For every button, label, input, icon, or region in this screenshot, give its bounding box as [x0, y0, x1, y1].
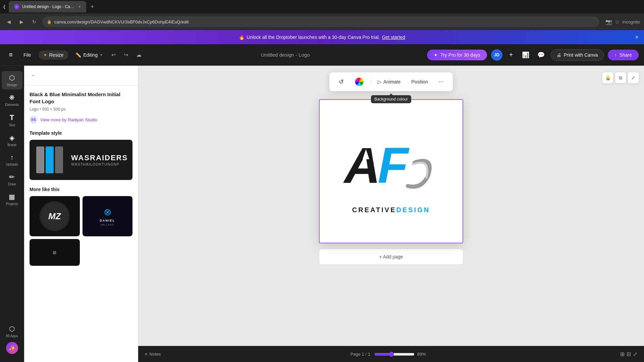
save-button[interactable]: ☁: [134, 50, 144, 60]
letter-a-svg: A: [343, 137, 380, 193]
magic-button[interactable]: ✨: [6, 342, 18, 354]
bg-color-tooltip: Background colour: [371, 95, 411, 103]
panel-design-subtitle: Logo • 500 × 500 px: [30, 107, 132, 112]
file-menu-button[interactable]: File: [20, 50, 35, 60]
share-icon: ↑: [614, 52, 617, 58]
color-wheel-icon: [355, 77, 364, 86]
menu-button[interactable]: ≡: [5, 51, 16, 59]
incognito-icon: Incognito: [622, 19, 640, 24]
lock-button[interactable]: 🔒: [602, 72, 613, 83]
more-like-heading: More like this: [30, 187, 132, 192]
copy-icon: ⧉: [619, 75, 622, 81]
swirl-path-2: [413, 163, 427, 178]
panel-author-link[interactable]: RS View more by Radiyah Studio: [30, 116, 132, 124]
address-bar[interactable]: 🔒 canva.com/design/DAGVwdNCKVU/3sBF0dvJx…: [42, 16, 599, 27]
add-page-button[interactable]: + Add page: [319, 249, 463, 265]
grid-view-button[interactable]: ⊞: [620, 351, 625, 357]
undo-button[interactable]: ↩: [109, 50, 118, 60]
lock-icon: 🔒: [47, 20, 52, 24]
refresh-icon: ↺: [339, 78, 344, 85]
tab-back-arrow[interactable]: ❮: [3, 4, 6, 9]
user-avatar[interactable]: JD: [491, 49, 502, 61]
text-label: Text: [9, 123, 15, 127]
strip-3: [55, 146, 63, 173]
thumbnail-2[interactable]: ⊗ DANIEL GALLEGO: [83, 196, 133, 236]
refresh-template-button[interactable]: ↺: [335, 76, 348, 87]
notes-icon: ≡: [145, 352, 148, 357]
view-buttons: ⊞ ⊟ ⤢: [620, 351, 637, 357]
background-color-button[interactable]: [351, 75, 368, 88]
thumbnail-3[interactable]: ▦: [30, 239, 80, 266]
analytics-button[interactable]: 📊: [520, 49, 531, 61]
expand-button[interactable]: ⤢: [628, 72, 639, 83]
active-tab[interactable]: C Untitled design - Logo - Canva ×: [9, 1, 86, 12]
sidebar-item-elements[interactable]: ❋ Elements: [2, 91, 22, 109]
design-canvas[interactable]: A F CREATIVEDESIGN: [319, 99, 463, 243]
design-icon: ⬡: [9, 74, 15, 82]
floating-toolbar: ↺ ▷ Animate Position ⋯ Backgrou: [329, 72, 453, 91]
banner-close-button[interactable]: ×: [635, 34, 639, 41]
list-view-button[interactable]: ⊟: [627, 351, 631, 357]
more-options-button[interactable]: ⋯: [435, 77, 447, 86]
zoom-slider[interactable]: [374, 352, 415, 357]
panel-content: Black & Blue Minimalist Modern Initial F…: [24, 85, 138, 362]
tab-title: Untitled design - Logo - Canva: [22, 4, 76, 9]
panel-back-button[interactable]: ←: [30, 71, 38, 80]
banner-cta-link[interactable]: Get started: [382, 35, 405, 40]
copy-button[interactable]: ⧉: [615, 72, 626, 83]
redo-button[interactable]: ↪: [122, 50, 130, 60]
star-icon[interactable]: ☆: [615, 19, 620, 25]
thumbnail-1[interactable]: MZ: [30, 196, 80, 236]
tab-close-button[interactable]: ×: [78, 4, 81, 9]
template-main-text: WASRAIDERS: [71, 154, 128, 162]
reload-button[interactable]: ↻: [30, 17, 39, 26]
editing-button[interactable]: ✏️ Editing ▾: [72, 50, 105, 60]
template-sub-text: WASTHAILOOKTUNGNP: [71, 162, 128, 166]
camera-icon: 📷: [605, 19, 612, 25]
add-collaborator-button[interactable]: +: [506, 51, 516, 59]
try-pro-button[interactable]: ✦ Try Pro for 30 days: [427, 50, 487, 60]
document-title[interactable]: Untitled design - Logo: [148, 52, 423, 58]
toolbar-wrapper: ↺ ▷ Animate Position ⋯ Backgrou: [329, 72, 453, 97]
sidebar-item-design[interactable]: ⬡ Design: [2, 71, 22, 89]
brand-label: Brand: [7, 143, 16, 147]
left-panel: ← Black & Blue Minimalist Modern Initial…: [24, 66, 138, 362]
template-style-preview[interactable]: WASRAIDERS WASTHAILOOKTUNGNP: [30, 140, 132, 180]
daniel-logo-preview: ⊗ DANIEL GALLEGO: [100, 206, 115, 226]
new-tab-button[interactable]: +: [88, 2, 97, 11]
sidebar-item-draw[interactable]: ✏ Draw: [2, 170, 22, 189]
sidebar-item-projects[interactable]: ▦ Projects: [2, 190, 22, 208]
share-button[interactable]: ↑ Share: [608, 50, 639, 60]
position-button[interactable]: Position: [407, 77, 432, 86]
banner-emoji: 🔥: [239, 35, 245, 40]
sidebar-item-uploads[interactable]: ↑ Uploads: [2, 151, 22, 169]
sidebar-item-text[interactable]: T Text: [2, 111, 22, 130]
forward-button[interactable]: ▶: [17, 17, 26, 26]
app-header: ≡ File ✦ Resize ✏️ Editing ▾ ↩ ↪ ☁ Untit…: [0, 44, 644, 66]
fullscreen-button[interactable]: ⤢: [633, 351, 637, 357]
design-label: Design: [7, 83, 17, 87]
banner-text: Unlock all the Droptober launches with a…: [247, 35, 380, 40]
comments-button[interactable]: 💬: [535, 49, 547, 61]
tab-favicon: C: [14, 4, 19, 9]
elements-label: Elements: [5, 103, 19, 107]
projects-icon: ▦: [9, 193, 15, 201]
uploads-icon: ↑: [10, 154, 14, 161]
strip-2: [46, 146, 54, 173]
thumbnails-grid: MZ ⊗ DANIEL GALLEGO: [30, 196, 132, 266]
animate-button[interactable]: ▷ Animate: [374, 77, 405, 86]
back-button[interactable]: ◀: [4, 17, 13, 26]
expand-icon: ⤢: [631, 75, 635, 80]
print-label: Print with Canva: [564, 52, 598, 58]
zoom-value: 89%: [417, 352, 431, 357]
notes-button[interactable]: ≡ Notes: [145, 352, 161, 357]
sidebar-item-apps[interactable]: ⬡ 89 Apps: [2, 322, 22, 341]
resize-button[interactable]: ✦ Resize: [39, 50, 68, 60]
sidebar-item-brand[interactable]: ◈ Brand: [2, 131, 22, 149]
draw-icon: ✏: [9, 173, 15, 181]
share-label: Share: [620, 52, 632, 58]
panel-design-title: Black & Blue Minimalist Modern Initial F…: [30, 85, 132, 107]
author-name: View more by Radiyah Studio: [40, 117, 97, 122]
print-button[interactable]: 🖨 Print with Canva: [551, 49, 604, 61]
mz-text: MZ: [48, 211, 61, 222]
